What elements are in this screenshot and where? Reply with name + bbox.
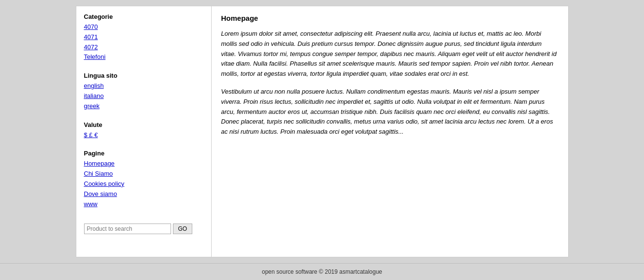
search-area: GO — [84, 224, 203, 234]
sidebar-item-4071[interactable]: 4071 — [84, 32, 203, 42]
main-wrapper: Categorie 4070 4071 4072 Telefoni Lingua… — [0, 0, 644, 263]
sidebar-section-categorie: Categorie 4070 4071 4072 Telefoni — [84, 13, 203, 62]
sidebar-item-english[interactable]: english — [84, 81, 203, 91]
sidebar-item-greek[interactable]: greek — [84, 101, 203, 112]
sidebar-section-pagine: Pagine Homepage Chi Siamo Cookies policy… — [84, 150, 203, 209]
valute-title: Valute — [84, 121, 203, 128]
sidebar-item-dove-siamo[interactable]: Dove siamo — [84, 189, 203, 199]
sidebar-item-homepage[interactable]: Homepage — [84, 159, 203, 169]
search-input[interactable] — [84, 224, 171, 234]
valute-values[interactable]: $ £ € — [84, 131, 98, 139]
sidebar-section-lingua: Lingua sito english italiano greek — [84, 72, 203, 111]
sidebar: Categorie 4070 4071 4072 Telefoni Lingua… — [76, 6, 212, 257]
categorie-title: Categorie — [84, 13, 203, 20]
sidebar-item-cookies-policy[interactable]: Cookies policy — [84, 179, 203, 189]
pagine-title: Pagine — [84, 150, 203, 157]
sidebar-item-www[interactable]: www — [84, 199, 203, 210]
sidebar-section-valute: Valute $ £ € — [84, 121, 203, 140]
sidebar-item-4070[interactable]: 4070 — [84, 22, 203, 32]
page-title: Homepage — [221, 14, 558, 22]
main-paragraph-2: Vestibulum ut arcu non nulla posuere luc… — [221, 87, 558, 137]
sidebar-item-chi-siamo[interactable]: Chi Siamo — [84, 169, 203, 179]
main-paragraph-1: Lorem ipsum dolor sit amet, consectetur … — [221, 29, 558, 79]
footer: open source software © 2019 asmartcatalo… — [0, 263, 644, 280]
sidebar-item-telefoni[interactable]: Telefoni — [84, 52, 203, 62]
sidebar-item-italiano[interactable]: italiano — [84, 91, 203, 101]
footer-text: open source software © 2019 asmartcatalo… — [262, 268, 382, 275]
lingua-title: Lingua sito — [84, 72, 203, 79]
search-button[interactable]: GO — [173, 224, 193, 234]
main-content: Homepage Lorem ipsum dolor sit amet, con… — [212, 6, 568, 257]
sidebar-item-4072[interactable]: 4072 — [84, 42, 203, 53]
content-area: Categorie 4070 4071 4072 Telefoni Lingua… — [76, 6, 569, 257]
